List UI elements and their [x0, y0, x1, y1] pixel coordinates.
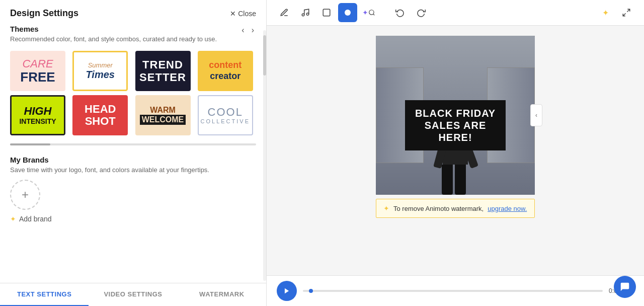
- figure-leg-left: [442, 165, 453, 195]
- svg-line-6: [627, 9, 630, 12]
- close-icon: ✕: [230, 10, 236, 18]
- canvas-area: BLACK FRIDAY SALES ARE HERE! ‹ ✦ To remo…: [267, 26, 644, 275]
- scroll-thumb: [263, 35, 266, 75]
- theme-care-free[interactable]: CARE FREE: [10, 51, 65, 91]
- add-brand-circle-button[interactable]: +: [10, 180, 40, 210]
- svg-point-3: [345, 10, 351, 16]
- vertical-scrollbar: [263, 30, 266, 281]
- svg-point-0: [302, 14, 304, 16]
- panel-title: Design Settings: [10, 8, 78, 19]
- record-tool-button[interactable]: [338, 3, 357, 22]
- theme-content-creator[interactable]: contentcreator: [198, 51, 253, 91]
- toolbar-right: ✦: [596, 3, 636, 22]
- watermark-text: To remove Animoto watermark,: [393, 205, 484, 212]
- upgrade-now-link[interactable]: upgrade now.: [488, 205, 527, 212]
- sparkle-right-icon: ✦: [602, 8, 609, 18]
- theme-head-shot-text: HEADSHOT: [85, 103, 116, 127]
- tab-text-settings[interactable]: TEXT SETTINGS: [0, 283, 89, 306]
- my-brands-title: My Brands: [10, 156, 256, 164]
- svg-rect-2: [323, 9, 330, 16]
- video-wrapper: BLACK FRIDAY SALES ARE HERE! ‹: [376, 36, 535, 195]
- close-button[interactable]: ✕ Close: [230, 10, 256, 18]
- chat-button[interactable]: [614, 276, 636, 298]
- theme-summer-times[interactable]: Summer Times: [72, 51, 128, 91]
- theme-trend-setter-text: TRENDSETTER: [139, 58, 186, 84]
- redo-button[interactable]: [412, 3, 431, 22]
- progress-track[interactable]: [303, 290, 603, 292]
- figure-legs: [442, 165, 469, 195]
- player-bar: 0:00/0:24: [267, 275, 644, 306]
- svg-line-5: [373, 14, 375, 16]
- theme-head-shot[interactable]: HEADSHOT: [72, 95, 128, 135]
- tab-watermark[interactable]: WATERMARK: [178, 283, 266, 306]
- figure-leg-right: [455, 165, 466, 195]
- svg-point-1: [306, 13, 309, 16]
- watermark-sparkle-icon: ✦: [383, 204, 389, 212]
- theme-summer-times-text: Summer Times: [86, 61, 115, 81]
- theme-trend-setter[interactable]: TRENDSETTER: [135, 51, 191, 91]
- panel-header: Design Settings ✕ Close: [0, 0, 266, 25]
- themes-next-button[interactable]: ›: [250, 25, 256, 36]
- sparkle-button[interactable]: ✦: [596, 3, 615, 22]
- themes-section-title: Themes: [10, 25, 217, 33]
- sparkle-icon: ✦: [10, 215, 16, 223]
- main-area: ✦ ✦: [267, 0, 644, 306]
- undo-button[interactable]: [390, 3, 410, 22]
- theme-warm-welcome[interactable]: WARM WELCOME: [135, 95, 191, 135]
- scroll-track: [10, 143, 256, 145]
- plus-icon: +: [22, 188, 29, 202]
- themes-prev-button[interactable]: ‹: [239, 25, 246, 36]
- theme-cool-collective[interactable]: COOL COLLECTIVE: [198, 95, 253, 135]
- scroll-thumb: [10, 143, 50, 145]
- svg-line-7: [623, 14, 625, 16]
- video-container[interactable]: BLACK FRIDAY SALES ARE HERE!: [376, 36, 535, 195]
- theme-high-intensity-text: HIGH INTENSITY: [19, 105, 56, 125]
- tab-video-settings[interactable]: VIDEO SETTINGS: [89, 283, 177, 306]
- themes-title-block: Themes Recommended color, font, and styl…: [10, 25, 217, 49]
- overlay-text: BLACK FRIDAY SALES ARE HERE!: [414, 107, 497, 143]
- layout-tool-button[interactable]: [317, 3, 336, 22]
- theme-high-intensity[interactable]: HIGH INTENSITY: [10, 95, 65, 135]
- theme-content-creator-text: contentcreator: [209, 60, 242, 82]
- svg-marker-8: [285, 288, 289, 294]
- theme-care-free-text: CARE FREE: [20, 58, 55, 85]
- panel-content: Themes Recommended color, font, and styl…: [0, 25, 266, 283]
- progress-thumb: [309, 289, 313, 293]
- sparkle-search-icon: ✦: [362, 9, 368, 17]
- svg-point-4: [369, 10, 374, 15]
- collapse-panel-button[interactable]: ‹: [530, 104, 542, 126]
- toolbar: ✦ ✦: [267, 0, 644, 26]
- expand-button[interactable]: [617, 3, 636, 22]
- video-text-overlay: BLACK FRIDAY SALES ARE HERE!: [405, 100, 506, 150]
- themes-subtitle: Recommended color, font, and style combo…: [10, 35, 217, 43]
- edit-tool-button[interactable]: [275, 3, 294, 22]
- watermark-banner: ✦ To remove Animoto watermark, upgrade n…: [376, 199, 535, 218]
- my-brands-subtitle: Save time with your logo, font, and colo…: [10, 166, 256, 174]
- themes-navigation: ‹ ›: [239, 25, 256, 36]
- design-settings-panel: Design Settings ✕ Close Themes Recommend…: [0, 0, 267, 306]
- themes-header: Themes Recommended color, font, and styl…: [10, 25, 256, 49]
- play-button[interactable]: [277, 281, 297, 301]
- scroll-track: [263, 30, 266, 281]
- music-tool-button[interactable]: [296, 3, 315, 22]
- theme-warm-welcome-text: WARM WELCOME: [140, 106, 186, 125]
- add-brand-label[interactable]: ✦ Add brand: [10, 215, 256, 223]
- bottom-tabs: TEXT SETTINGS VIDEO SETTINGS WATERMARK: [0, 283, 266, 306]
- my-brands-section: My Brands Save time with your logo, font…: [10, 156, 256, 223]
- horizontal-scrollbar: [10, 139, 256, 147]
- video-background: BLACK FRIDAY SALES ARE HERE!: [376, 36, 535, 195]
- search-tool-button[interactable]: ✦: [359, 3, 378, 22]
- themes-grid: CARE FREE Summer Times TRENDSETTER: [10, 51, 256, 135]
- theme-cool-collective-text: COOL COLLECTIVE: [201, 106, 250, 124]
